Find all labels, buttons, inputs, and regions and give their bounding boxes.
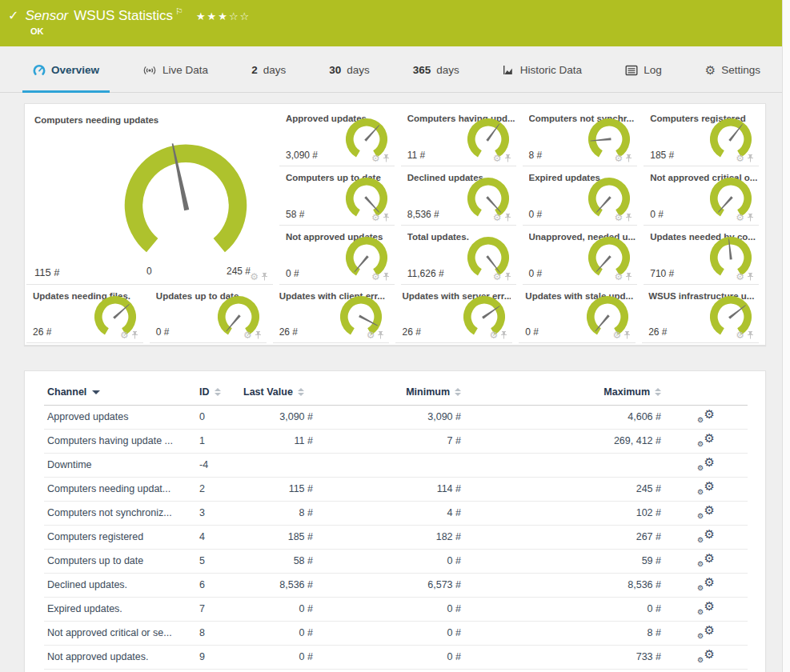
tab-365-days[interactable]: 365 days — [403, 46, 470, 93]
channel-row[interactable]: Computers needing updat... 2 115 # 114 #… — [44, 477, 748, 501]
tab-log[interactable]: Log — [615, 46, 672, 93]
column-header-id[interactable]: ID — [196, 379, 240, 405]
pin-icon[interactable] — [747, 214, 754, 222]
gear-icon[interactable]: ⚙ — [243, 330, 252, 340]
pin-icon[interactable] — [255, 331, 262, 340]
gauge-tile[interactable]: Updates with stale upd... 0 # ⚙ — [519, 285, 636, 343]
channel-settings-icon[interactable]: ⚙ ⚙ — [697, 481, 715, 495]
tab-settings[interactable]: ⚙ Settings — [695, 46, 771, 93]
channel-settings-icon[interactable]: ⚙ ⚙ — [697, 553, 715, 567]
gauge-tile[interactable]: Not approved updates 0 # ⚙ — [279, 226, 395, 285]
pin-icon[interactable] — [383, 214, 390, 222]
gauge-tile[interactable]: Unapproved, needed u... 0 # ⚙ — [523, 226, 638, 285]
gauge-tile[interactable]: WSUS infrastructure u... 26 # ⚙ — [642, 285, 759, 343]
pin-icon[interactable] — [131, 331, 138, 340]
channel-settings-icon[interactable]: ⚙ ⚙ — [697, 577, 715, 591]
gear-icon[interactable]: ⚙ — [250, 272, 259, 282]
gauge-tile[interactable]: Expired updates. 0 # ⚙ — [523, 166, 638, 226]
gauge-tile[interactable]: Updates with server err... 26 # ⚙ — [395, 285, 512, 343]
channel-settings-icon[interactable]: ⚙ ⚙ — [697, 505, 715, 519]
gear-icon[interactable]: ⚙ — [614, 272, 623, 282]
gauge-tile[interactable]: Updates needing files. 26 # ⚙ — [26, 285, 143, 343]
channel-row[interactable]: Not approved updates. 9 0 # 0 # 733 # ⚙ … — [44, 645, 748, 669]
pin-icon[interactable] — [625, 273, 632, 282]
channel-row[interactable]: Computers up to date 5 58 # 0 # 59 # ⚙ ⚙ — [44, 549, 748, 573]
column-header-last-value[interactable]: Last Value — [240, 379, 316, 405]
pin-icon[interactable] — [504, 273, 511, 282]
pin-icon[interactable] — [747, 331, 754, 340]
pin-icon[interactable] — [624, 331, 631, 340]
channel-row[interactable]: Computers not synchroniz... 3 8 # 4 # 10… — [44, 501, 748, 525]
pin-icon[interactable] — [625, 214, 632, 222]
gauge-tile[interactable]: Declined updates. 8,536 # ⚙ — [401, 166, 516, 226]
gauge-tile[interactable]: Computers having upd... 11 # ⚙ — [401, 107, 516, 166]
gauge-tile[interactable]: Updates needed by co... 710 # ⚙ — [644, 226, 759, 285]
channel-settings-icon[interactable]: ⚙ ⚙ — [697, 457, 715, 471]
gear-icon[interactable]: ⚙ — [612, 330, 621, 340]
pin-icon[interactable] — [383, 154, 390, 163]
gear-icon[interactable]: ⚙ — [614, 154, 623, 163]
pin-icon[interactable] — [383, 273, 390, 282]
gear-icon[interactable]: ⚙ — [493, 154, 502, 163]
channel-settings-icon[interactable]: ⚙ ⚙ — [697, 529, 715, 543]
tab-2-days[interactable]: 2 days — [241, 46, 296, 93]
channel-row[interactable]: Computers registered 4 185 # 182 # 267 #… — [44, 525, 748, 549]
gear-icon[interactable]: ⚙ — [736, 330, 744, 340]
gauge-tile[interactable]: Computers up to date 58 # ⚙ — [279, 166, 395, 226]
gauge-tile-large[interactable]: Computers needing updates 115 # 0 245 # … — [26, 107, 273, 285]
maximum-cell: 4,606 # — [464, 405, 664, 429]
channel-id-cell: 6 — [196, 573, 240, 597]
gear-icon[interactable]: ⚙ — [367, 330, 375, 340]
column-header-minimum[interactable]: Minimum — [316, 379, 464, 405]
pin-icon[interactable] — [747, 273, 754, 282]
channel-settings-icon[interactable]: ⚙ ⚙ — [697, 433, 715, 447]
gauge-tile[interactable]: Approved updates 3,090 # ⚙ — [279, 107, 395, 166]
channel-settings-icon[interactable]: ⚙ ⚙ — [697, 625, 715, 639]
gear-icon[interactable]: ⚙ — [493, 272, 502, 282]
channel-settings-icon[interactable]: ⚙ ⚙ — [697, 649, 715, 663]
tab-historic-data[interactable]: Historic Data — [492, 46, 592, 93]
gear-icon[interactable]: ⚙ — [493, 213, 502, 222]
gauge-min-label: 0 — [146, 266, 152, 277]
channel-row[interactable]: Downtime -4 ⚙ ⚙ — [44, 453, 748, 477]
page-scrollbar[interactable] — [782, 0, 790, 672]
channel-row[interactable]: Not approved critical or se... 8 0 # 0 #… — [44, 621, 748, 645]
gauge-tile[interactable]: Updates with client err... 26 # ⚙ — [273, 285, 390, 343]
tab-live-data[interactable]: Live Data — [132, 46, 219, 93]
column-header-channel[interactable]: Channel — [44, 379, 196, 405]
channel-row[interactable]: Approved updates 0 3,090 # 3,090 # 4,606… — [44, 405, 748, 429]
pin-icon[interactable] — [500, 331, 507, 340]
channel-settings-icon[interactable]: ⚙ ⚙ — [697, 601, 715, 615]
pin-icon[interactable] — [504, 214, 511, 222]
pin-icon[interactable] — [747, 154, 754, 163]
gauge-tile[interactable]: Not approved critical o... 0 # ⚙ — [644, 166, 759, 226]
tab-30-days[interactable]: 30 days — [319, 46, 380, 93]
pin-icon[interactable] — [504, 154, 511, 163]
last-value-cell: 185 # — [240, 525, 316, 549]
tab-overview[interactable]: Overview — [22, 46, 110, 93]
gear-icon[interactable]: ⚙ — [736, 154, 744, 163]
rating-stars[interactable]: ★★★☆☆ — [196, 10, 251, 22]
channel-row[interactable]: Computers having update ... 1 11 # 7 # 2… — [44, 429, 748, 453]
gear-icon[interactable]: ⚙ — [736, 272, 744, 282]
gauge-tile[interactable]: Computers not synchr... 8 # ⚙ — [523, 107, 638, 166]
gear-icon[interactable]: ⚙ — [490, 330, 499, 340]
pin-icon[interactable] — [625, 154, 632, 163]
channel-row[interactable]: Expired updates. 7 0 # 0 # 0 # ⚙ ⚙ — [44, 597, 748, 621]
column-label: Channel — [47, 386, 86, 398]
gear-icon[interactable]: ⚙ — [371, 272, 380, 282]
gear-icon[interactable]: ⚙ — [120, 330, 129, 340]
pin-icon[interactable] — [377, 331, 384, 340]
gear-icon[interactable]: ⚙ — [736, 213, 744, 222]
gear-icon[interactable]: ⚙ — [614, 213, 623, 222]
channel-settings-icon[interactable]: ⚙ ⚙ — [697, 409, 715, 423]
gauge-tile[interactable]: Total updates. 11,626 # ⚙ — [401, 226, 516, 285]
gauge-tile[interactable]: Computers registered 185 # ⚙ — [644, 107, 759, 166]
gauge-tile[interactable]: Updates up to date. 0 # ⚙ — [150, 285, 267, 343]
gear-icon[interactable]: ⚙ — [371, 213, 380, 222]
gear-icon[interactable]: ⚙ — [371, 154, 380, 163]
column-header-maximum[interactable]: Maximum — [464, 379, 664, 405]
flag-icon[interactable]: ⚐ — [175, 6, 183, 17]
channel-row[interactable]: Declined updates. 6 8,536 # 6,573 # 8,53… — [44, 573, 748, 597]
pin-icon[interactable] — [261, 273, 268, 282]
